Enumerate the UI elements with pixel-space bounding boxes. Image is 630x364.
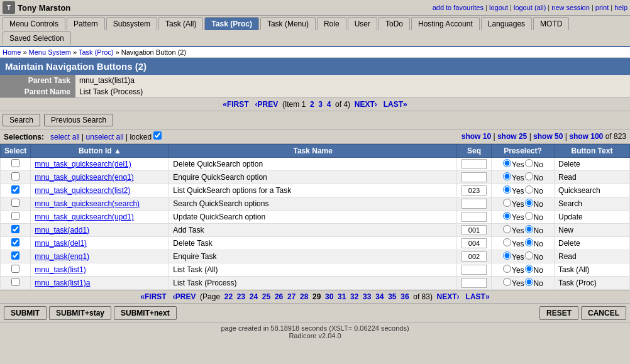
page-27[interactable]: 27	[287, 292, 296, 301]
tab-task-all[interactable]: Task (All)	[158, 17, 203, 30]
next-link-bottom[interactable]: NEXT›	[437, 292, 460, 301]
page-24[interactable]: 24	[250, 292, 258, 301]
breadcrumb-menu-system[interactable]: Menu System	[29, 48, 71, 56]
reset-button[interactable]: RESET	[539, 306, 578, 320]
page-4-link-top[interactable]: 4	[327, 100, 331, 109]
preselect-no-radio[interactable]	[525, 251, 533, 260]
page-34[interactable]: 34	[375, 292, 384, 301]
button-id-link[interactable]: mnu_task_quicksearch(search)	[35, 199, 140, 208]
tab-hosting-account[interactable]: Hosting Account	[411, 17, 480, 30]
tab-role[interactable]: Role	[317, 17, 346, 30]
seq-input[interactable]	[461, 238, 487, 248]
breadcrumb-home[interactable]: Home	[3, 48, 21, 56]
button-id-link[interactable]: mnu_task_quicksearch(list2)	[35, 186, 130, 195]
tab-pattern[interactable]: Pattern	[67, 17, 105, 30]
page-23[interactable]: 23	[237, 292, 245, 301]
next-link-top[interactable]: NEXT›	[355, 100, 377, 109]
row-checkbox[interactable]	[11, 225, 19, 233]
preselect-no-radio[interactable]	[525, 265, 533, 273]
row-checkbox[interactable]	[11, 199, 19, 207]
preselect-no-radio[interactable]	[525, 185, 533, 194]
first-link-bottom[interactable]: «FIRST	[140, 292, 166, 301]
tab-menu-controls[interactable]: Menu Controls	[3, 17, 65, 30]
add-favourites-link[interactable]: add to favourites	[433, 4, 484, 11]
preselect-yes-radio[interactable]	[503, 265, 511, 273]
search-button[interactable]: Search	[3, 114, 40, 126]
page-32[interactable]: 32	[350, 292, 358, 301]
sort-seq[interactable]: Seq	[467, 146, 481, 155]
preselect-yes-radio[interactable]	[503, 225, 511, 233]
sort-button-text[interactable]: Button Text	[572, 146, 613, 155]
show-25-link[interactable]: show 25	[497, 132, 527, 141]
row-checkbox[interactable]	[11, 185, 19, 194]
row-checkbox[interactable]	[11, 212, 19, 220]
logout-all-link[interactable]: logout (all)	[514, 4, 546, 11]
preselect-yes-radio[interactable]	[503, 172, 511, 180]
preselect-yes-radio[interactable]	[503, 278, 511, 286]
seq-input[interactable]	[461, 159, 487, 169]
last-link-top[interactable]: LAST»	[384, 100, 407, 109]
button-id-link[interactable]: mnu_task(list1)	[35, 265, 86, 274]
tab-motd[interactable]: MOTD	[533, 17, 569, 30]
preselect-no-radio[interactable]	[525, 172, 533, 180]
button-id-link[interactable]: mnu_task(del1)	[35, 239, 87, 248]
breadcrumb-task-proc[interactable]: Task (Proc)	[79, 48, 114, 56]
show-10-link[interactable]: show 10	[461, 132, 491, 141]
seq-input[interactable]	[461, 265, 487, 275]
sort-task-name[interactable]: Task Name	[293, 146, 332, 155]
prev-link-bottom[interactable]: ‹PREV	[173, 292, 196, 301]
seq-input[interactable]	[461, 199, 487, 209]
logout-link[interactable]: logout	[489, 4, 508, 11]
seq-input[interactable]	[461, 251, 487, 262]
seq-input[interactable]	[461, 185, 487, 196]
submit-stay-button[interactable]: SUBMIT+stay	[49, 306, 111, 320]
seq-input[interactable]	[461, 212, 487, 222]
prev-link-top[interactable]: ‹PREV	[255, 100, 279, 109]
help-link[interactable]: help	[614, 4, 627, 11]
page-35[interactable]: 35	[388, 292, 396, 301]
seq-input[interactable]	[461, 172, 487, 182]
tab-todo[interactable]: ToDo	[379, 17, 410, 30]
page-36[interactable]: 36	[401, 292, 409, 301]
page-2-link-top[interactable]: 2	[310, 100, 314, 109]
button-id-link[interactable]: mnu_task_quicksearch(upd1)	[35, 212, 133, 221]
row-checkbox[interactable]	[11, 172, 19, 180]
saved-selection-tab[interactable]: Saved Selection	[3, 31, 71, 45]
print-link[interactable]: print	[595, 4, 609, 11]
select-all-link[interactable]: select all	[50, 133, 80, 141]
tab-user[interactable]: User	[348, 17, 377, 30]
row-checkbox[interactable]	[11, 159, 19, 167]
seq-input[interactable]	[461, 278, 487, 288]
page-22[interactable]: 22	[224, 292, 233, 301]
page-26[interactable]: 26	[275, 292, 283, 301]
preselect-yes-radio[interactable]	[503, 212, 511, 220]
preselect-no-radio[interactable]	[525, 159, 533, 167]
page-31[interactable]: 31	[338, 292, 346, 301]
preselect-no-radio[interactable]	[525, 238, 533, 246]
show-100-link[interactable]: show 100	[569, 132, 603, 141]
page-33[interactable]: 33	[363, 292, 371, 301]
button-id-link[interactable]: mnu_task(list1)a	[35, 279, 90, 287]
preselect-no-radio[interactable]	[525, 199, 533, 207]
sort-preselect[interactable]: Preselect?	[504, 146, 542, 155]
tab-subsystem[interactable]: Subsystem	[106, 17, 157, 30]
new-session-link[interactable]: new session	[551, 4, 590, 11]
unselect-all-link[interactable]: unselect all	[86, 133, 124, 141]
button-id-link[interactable]: mnu_task_quicksearch(enq1)	[35, 173, 133, 182]
button-id-link[interactable]: mnu_task_quicksearch(del1)	[35, 160, 131, 168]
button-id-link[interactable]: mnu_task(add1)	[35, 226, 89, 234]
show-50-link[interactable]: show 50	[533, 132, 563, 141]
row-checkbox[interactable]	[11, 278, 19, 286]
preselect-no-radio[interactable]	[525, 212, 533, 220]
sort-button-id[interactable]: Button Id ▲	[79, 146, 121, 155]
tab-task-proc[interactable]: Task (Proc)	[204, 17, 258, 30]
page-3-link-top[interactable]: 3	[318, 100, 323, 109]
row-checkbox[interactable]	[11, 238, 19, 246]
page-28[interactable]: 28	[300, 292, 308, 301]
prev-search-button[interactable]: Previous Search	[44, 114, 113, 126]
preselect-no-radio[interactable]	[525, 225, 533, 233]
tab-task-menu[interactable]: Task (Menu)	[260, 17, 316, 30]
first-link-top[interactable]: «FIRST	[223, 100, 248, 109]
submit-next-button[interactable]: SUBMIT+next	[114, 306, 177, 320]
submit-button[interactable]: SUBMIT	[4, 306, 47, 320]
